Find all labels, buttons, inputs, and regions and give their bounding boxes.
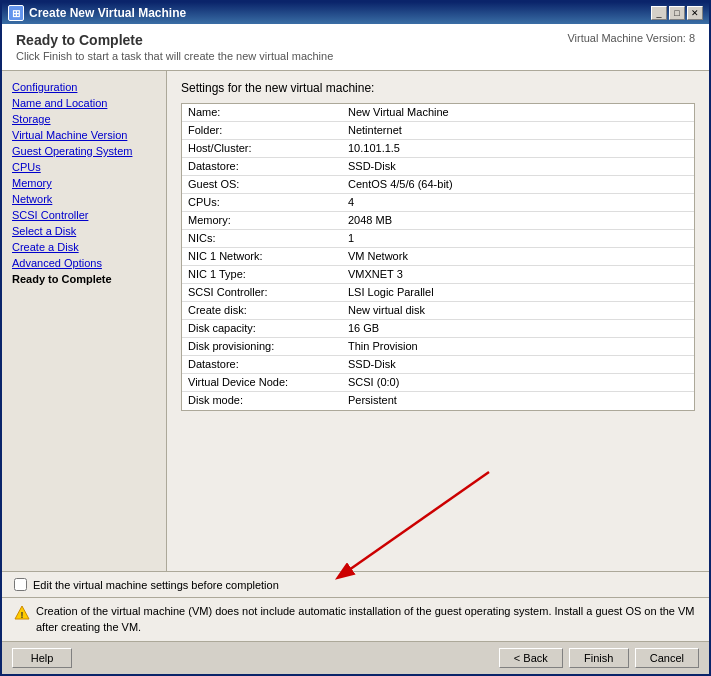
row-value: New virtual disk xyxy=(342,302,694,319)
row-value: SCSI (0:0) xyxy=(342,374,694,391)
table-row: Disk capacity:16 GB xyxy=(182,320,694,338)
row-value: LSI Logic Parallel xyxy=(342,284,694,301)
row-label: Name: xyxy=(182,104,342,121)
row-label: NIC 1 Network: xyxy=(182,248,342,265)
window-title: Create New Virtual Machine xyxy=(29,6,186,20)
row-label: Disk mode: xyxy=(182,392,342,410)
table-row: Host/Cluster:10.101.1.5 xyxy=(182,140,694,158)
row-label: Folder: xyxy=(182,122,342,139)
sidebar-item-storage[interactable]: Storage xyxy=(2,111,166,127)
settings-table: Name:New Virtual MachineFolder:Netintern… xyxy=(181,103,695,411)
row-value: Netinternet xyxy=(342,122,694,139)
header-text: Ready to Complete Click Finish to start … xyxy=(16,32,333,62)
sidebar-item-cpus[interactable]: CPUs xyxy=(2,159,166,175)
footer-area: Edit the virtual machine settings before… xyxy=(2,571,709,674)
row-value: SSD-Disk xyxy=(342,356,694,373)
table-row: NICs:1 xyxy=(182,230,694,248)
sidebar-item-ready[interactable]: Ready to Complete xyxy=(2,271,166,287)
table-row: Name:New Virtual Machine xyxy=(182,104,694,122)
back-button[interactable]: < Back xyxy=(499,648,563,668)
row-label: Disk capacity: xyxy=(182,320,342,337)
sidebar: Configuration Name and Location Storage … xyxy=(2,71,167,571)
table-row: Folder:Netinternet xyxy=(182,122,694,140)
warning-icon: ! xyxy=(14,605,30,621)
row-label: Guest OS: xyxy=(182,176,342,193)
row-value: 1 xyxy=(342,230,694,247)
row-value: Thin Provision xyxy=(342,338,694,355)
finish-button[interactable]: Finish xyxy=(569,648,629,668)
row-label: Datastore: xyxy=(182,356,342,373)
svg-text:!: ! xyxy=(21,610,24,620)
table-row: Datastore:SSD-Disk xyxy=(182,158,694,176)
row-label: Memory: xyxy=(182,212,342,229)
sidebar-item-advanced[interactable]: Advanced Options xyxy=(2,255,166,271)
row-value: VMXNET 3 xyxy=(342,266,694,283)
row-value: VM Network xyxy=(342,248,694,265)
header-version: Virtual Machine Version: 8 xyxy=(567,32,695,44)
row-value: 16 GB xyxy=(342,320,694,337)
sidebar-item-scsi[interactable]: SCSI Controller xyxy=(2,207,166,223)
table-row: NIC 1 Type:VMXNET 3 xyxy=(182,266,694,284)
table-row: Guest OS:CentOS 4/5/6 (64-bit) xyxy=(182,176,694,194)
row-label: CPUs: xyxy=(182,194,342,211)
row-value: 2048 MB xyxy=(342,212,694,229)
table-row: Memory:2048 MB xyxy=(182,212,694,230)
table-row: NIC 1 Network:VM Network xyxy=(182,248,694,266)
edit-settings-checkbox[interactable] xyxy=(14,578,27,591)
row-value: Persistent xyxy=(342,392,694,410)
window-icon: ⊞ xyxy=(8,5,24,21)
sidebar-item-vm-version[interactable]: Virtual Machine Version xyxy=(2,127,166,143)
header-area: Ready to Complete Click Finish to start … xyxy=(2,24,709,71)
warning-row: ! Creation of the virtual machine (VM) d… xyxy=(2,598,709,641)
table-row: Datastore:SSD-Disk xyxy=(182,356,694,374)
table-row: SCSI Controller:LSI Logic Parallel xyxy=(182,284,694,302)
minimize-button[interactable]: _ xyxy=(651,6,667,20)
checkbox-row: Edit the virtual machine settings before… xyxy=(2,572,709,598)
table-row: Disk provisioning:Thin Provision xyxy=(182,338,694,356)
sidebar-item-select-disk[interactable]: Select a Disk xyxy=(2,223,166,239)
main-window: ⊞ Create New Virtual Machine _ □ ✕ Ready… xyxy=(0,0,711,676)
main-content: Configuration Name and Location Storage … xyxy=(2,71,709,571)
row-value: SSD-Disk xyxy=(342,158,694,175)
table-row: CPUs:4 xyxy=(182,194,694,212)
sidebar-item-create-disk[interactable]: Create a Disk xyxy=(2,239,166,255)
warning-text: Creation of the virtual machine (VM) doe… xyxy=(36,604,697,635)
sidebar-item-name-location[interactable]: Name and Location xyxy=(2,95,166,111)
edit-settings-label[interactable]: Edit the virtual machine settings before… xyxy=(33,579,279,591)
maximize-button[interactable]: □ xyxy=(669,6,685,20)
content-area: Settings for the new virtual machine: Na… xyxy=(167,71,709,571)
sidebar-item-guest-os[interactable]: Guest Operating System xyxy=(2,143,166,159)
button-row: Help < Back Finish Cancel xyxy=(2,641,709,674)
table-row: Create disk:New virtual disk xyxy=(182,302,694,320)
close-button[interactable]: ✕ xyxy=(687,6,703,20)
header-subtitle: Click Finish to start a task that will c… xyxy=(16,50,333,62)
row-label: NICs: xyxy=(182,230,342,247)
row-label: Virtual Device Node: xyxy=(182,374,342,391)
row-label: Datastore: xyxy=(182,158,342,175)
row-value: 10.101.1.5 xyxy=(342,140,694,157)
header-title: Ready to Complete xyxy=(16,32,333,48)
help-button[interactable]: Help xyxy=(12,648,72,668)
title-bar-buttons: _ □ ✕ xyxy=(651,6,703,20)
row-label: NIC 1 Type: xyxy=(182,266,342,283)
row-label: SCSI Controller: xyxy=(182,284,342,301)
content-title: Settings for the new virtual machine: xyxy=(181,81,695,95)
sidebar-item-configuration[interactable]: Configuration xyxy=(2,79,166,95)
table-row: Disk mode:Persistent xyxy=(182,392,694,410)
cancel-button[interactable]: Cancel xyxy=(635,648,699,668)
row-value: New Virtual Machine xyxy=(342,104,694,121)
row-label: Host/Cluster: xyxy=(182,140,342,157)
row-label: Create disk: xyxy=(182,302,342,319)
sidebar-item-network[interactable]: Network xyxy=(2,191,166,207)
sidebar-item-memory[interactable]: Memory xyxy=(2,175,166,191)
row-value: CentOS 4/5/6 (64-bit) xyxy=(342,176,694,193)
row-value: 4 xyxy=(342,194,694,211)
row-label: Disk provisioning: xyxy=(182,338,342,355)
table-row: Virtual Device Node:SCSI (0:0) xyxy=(182,374,694,392)
title-bar: ⊞ Create New Virtual Machine _ □ ✕ xyxy=(2,2,709,24)
title-bar-left: ⊞ Create New Virtual Machine xyxy=(8,5,186,21)
